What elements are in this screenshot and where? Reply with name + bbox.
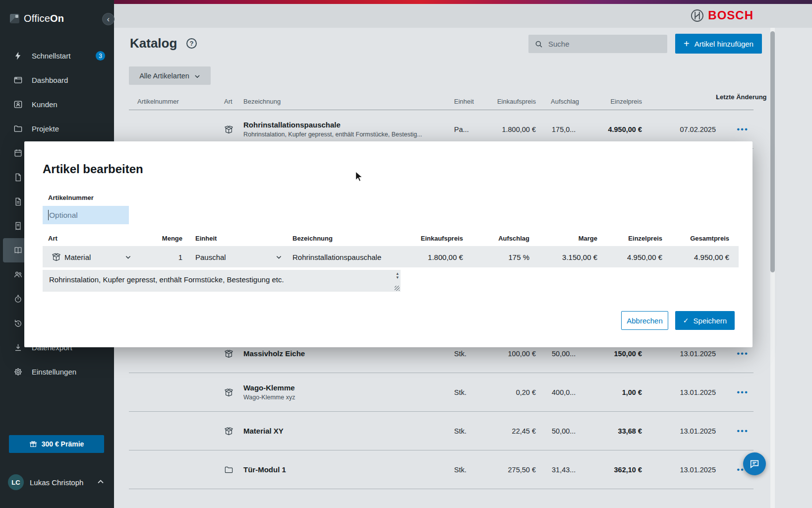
cell-datum: 13.01.2025 xyxy=(680,350,716,358)
cell-aufschlag: 31,43... xyxy=(552,466,576,474)
cell-einkaufspreis: 100,00 € xyxy=(508,350,536,358)
cell-datum: 13.01.2025 xyxy=(680,466,716,474)
filter-label: Alle Artikelarten xyxy=(139,72,189,80)
article-name: Wago-Klemme xyxy=(243,383,452,392)
artikelnummer-label: Artikelnummer xyxy=(48,194,94,201)
help-icon[interactable]: ? xyxy=(186,38,197,49)
user-name: Lukas Christoph xyxy=(30,478,83,487)
table-row[interactable]: Tür-Modul 1 Stk. 275,50 € 31,43... 362,1… xyxy=(129,450,754,489)
column-marge: Marge xyxy=(579,235,597,242)
gesamtpreis-value: 4.950,00 € xyxy=(694,253,729,261)
cell-einzelpreis: 150,00 € xyxy=(614,350,642,358)
document-icon xyxy=(13,173,23,183)
textarea-resize-handle[interactable] xyxy=(395,286,400,291)
cell-aufschlag: 50,00... xyxy=(552,427,576,435)
article-name: Rohrinstallationspauschale xyxy=(243,121,452,129)
text-caret xyxy=(48,210,49,220)
column-einzelpreis[interactable]: Einzelpreis xyxy=(610,98,642,105)
bezeichnung-input[interactable] xyxy=(292,253,401,261)
vertical-scrollbar[interactable] xyxy=(770,28,775,508)
article-name: Massivholz Eiche xyxy=(243,349,452,358)
row-menu-button[interactable]: ••• xyxy=(737,125,749,134)
download-icon xyxy=(13,343,23,353)
timer-icon xyxy=(13,294,23,304)
save-button[interactable]: ✓Speichern xyxy=(675,311,735,330)
chevron-down-icon xyxy=(194,74,200,79)
sidebar-item-dashboard[interactable]: Dashboard xyxy=(0,68,114,92)
search-input[interactable] xyxy=(548,40,667,48)
table-row[interactable]: Material XY Stk. 22,45 € 50,00... 33,68 … xyxy=(129,412,754,450)
gift-icon xyxy=(29,440,37,448)
column-bezeichnung: Bezeichnung xyxy=(292,235,333,242)
cell-einheit: Stk. xyxy=(454,466,466,474)
sidebar-item-kunden[interactable]: Kunden xyxy=(0,92,114,117)
bosch-armature-icon xyxy=(691,9,704,22)
beschreibung-textarea[interactable]: Rohrinstalation, Kupfer gepresst, enthäl… xyxy=(43,270,401,292)
menge-input[interactable]: 1 xyxy=(178,253,182,261)
dashboard-icon xyxy=(13,75,23,85)
chevron-down-icon[interactable] xyxy=(276,253,282,261)
bezeichnung-input-wrap xyxy=(292,253,401,261)
cell-einkaufspreis: 0,20 € xyxy=(516,388,536,396)
article-type-filter[interactable]: Alle Artikelarten xyxy=(129,66,211,85)
einkaufspreis-value[interactable]: 1.800,00 € xyxy=(428,253,463,261)
premium-button[interactable]: 300 € Prämie xyxy=(9,435,104,453)
bosch-supergraphic-stripe xyxy=(114,0,812,4)
article-description: Wago-Klemme xyz xyxy=(243,394,452,401)
search-box xyxy=(528,35,667,53)
page-title: Katalog xyxy=(130,36,177,51)
gear-icon xyxy=(13,367,23,377)
cell-einzelpreis: 362,10 € xyxy=(614,466,642,474)
cancel-label: Abbrechen xyxy=(627,317,663,325)
chevron-down-icon[interactable] xyxy=(125,253,131,261)
textarea-scroll-spinner[interactable]: ▴▾ xyxy=(396,271,399,279)
cell-einheit: Stk. xyxy=(454,350,466,358)
history-icon xyxy=(13,318,23,328)
row-menu-button[interactable]: ••• xyxy=(737,349,749,359)
lightning-icon xyxy=(13,51,23,61)
cell-einkaufspreis: 275,50 € xyxy=(508,466,536,474)
edit-article-modal: Artikel bearbeiten Artikelnummer Optiona… xyxy=(24,141,753,347)
column-bezeichnung[interactable]: Bezeichnung xyxy=(243,98,281,105)
user-menu[interactable]: LC Lukas Christoph xyxy=(0,470,114,494)
plus-icon: + xyxy=(684,39,690,49)
folder-icon xyxy=(13,124,23,134)
package-icon xyxy=(224,426,233,436)
artikelnummer-placeholder: Optional xyxy=(49,211,78,220)
package-icon xyxy=(224,349,233,358)
art-select-value[interactable]: Material xyxy=(64,253,91,261)
row-menu-button[interactable]: ••• xyxy=(737,387,749,397)
sidebar-item-einstellungen[interactable]: Einstellungen xyxy=(0,360,114,384)
einheit-select-value[interactable]: Pauschal xyxy=(195,253,226,261)
cancel-button[interactable]: Abbrechen xyxy=(621,311,668,330)
bosch-wordmark: BOSCH xyxy=(708,8,754,22)
spinner-down-icon[interactable]: ▾ xyxy=(396,275,399,279)
aufschlag-value[interactable]: 175 % xyxy=(508,253,529,261)
article-name: Tür-Modul 1 xyxy=(243,465,452,474)
sidebar-item-schnellstart[interactable]: Schnellstart 3 xyxy=(0,44,114,68)
user-avatar: LC xyxy=(8,474,24,490)
column-label: Letzte Änderung xyxy=(716,93,767,101)
add-article-button[interactable]: + Artikel hinzufügen xyxy=(675,34,762,54)
table-row[interactable]: Wago-KlemmeWago-Klemme xyz Stk. 0,20 € 4… xyxy=(129,373,754,412)
sidebar-item-projekte[interactable]: Projekte xyxy=(0,117,114,141)
row-menu-button[interactable]: ••• xyxy=(737,426,749,436)
customer-icon xyxy=(13,100,23,110)
column-gesamtpreis: Gesamtpreis xyxy=(690,235,729,242)
sort-desc-icon: ↓ xyxy=(716,93,719,101)
modal-title: Artikel bearbeiten xyxy=(43,162,143,176)
column-einheit[interactable]: Einheit xyxy=(454,98,474,105)
sidebar-collapse-button[interactable]: ‹ xyxy=(102,13,115,25)
artikelnummer-input[interactable]: Optional xyxy=(43,206,129,224)
column-art[interactable]: Art xyxy=(224,98,232,105)
column-aufschlag: Aufschlag xyxy=(498,235,529,242)
chat-fab-button[interactable] xyxy=(743,452,766,475)
column-artikelnummer[interactable]: Artikelnummer xyxy=(137,98,179,105)
cell-einzelpreis: 33,68 € xyxy=(618,427,642,435)
column-einzelpreis: Einzelpreis xyxy=(628,235,662,242)
scrollbar-thumb[interactable] xyxy=(770,31,775,272)
bosch-logo: BOSCH xyxy=(691,8,754,22)
column-einkaufspreis[interactable]: Einkaufspreis xyxy=(497,98,536,105)
column-aufschlag[interactable]: Aufschlag xyxy=(551,98,579,105)
column-menge: Menge xyxy=(162,235,182,242)
